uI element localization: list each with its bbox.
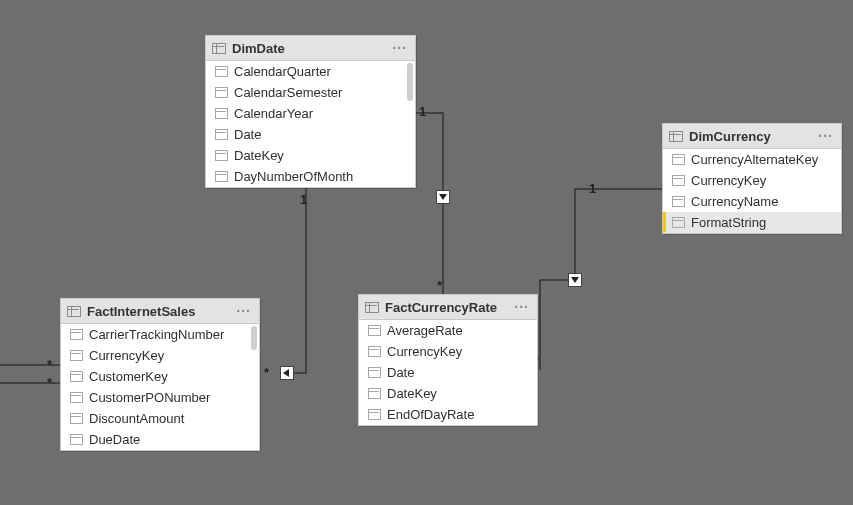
table-icon xyxy=(67,306,81,317)
model-canvas[interactable]: 1 * 1 * 1 * * * DimDate ··· CalendarQuar… xyxy=(0,0,853,505)
more-icon[interactable]: ··· xyxy=(514,299,531,315)
cardinality-many: * xyxy=(264,365,269,380)
scrollbar[interactable] xyxy=(251,326,257,350)
cardinality-many: * xyxy=(437,278,442,293)
column-label: CalendarSemester xyxy=(234,85,409,100)
column-icon xyxy=(69,413,83,424)
table-factinternetsales[interactable]: FactInternetSales ··· CarrierTrackingNum… xyxy=(60,298,260,451)
table-title: DimDate xyxy=(232,41,392,56)
column-icon xyxy=(671,175,685,186)
table-dimdate[interactable]: DimDate ··· CalendarQuarter CalendarSeme… xyxy=(205,35,416,188)
cardinality-one: 1 xyxy=(589,181,596,196)
column-item[interactable]: DateKey xyxy=(206,145,415,166)
table-icon xyxy=(365,302,379,313)
table-title: DimCurrency xyxy=(689,129,818,144)
column-item[interactable]: EndOfDayRate xyxy=(359,404,537,425)
table-dimcurrency[interactable]: DimCurrency ··· CurrencyAlternateKey Cur… xyxy=(662,123,842,234)
cardinality-many: * xyxy=(47,375,52,390)
column-label: Date xyxy=(234,127,409,142)
column-icon xyxy=(69,392,83,403)
column-icon xyxy=(214,87,228,98)
column-item[interactable]: CalendarYear xyxy=(206,103,415,124)
table-icon xyxy=(212,43,226,54)
column-label: CurrencyName xyxy=(691,194,835,209)
column-list: CarrierTrackingNumber CurrencyKey Custom… xyxy=(61,324,259,450)
column-item[interactable]: DateKey xyxy=(359,383,537,404)
svg-marker-1 xyxy=(439,194,447,200)
column-label: EndOfDayRate xyxy=(387,407,531,422)
column-item[interactable]: CalendarQuarter xyxy=(206,61,415,82)
column-item[interactable]: CarrierTrackingNumber xyxy=(61,324,259,345)
column-item[interactable]: CustomerKey xyxy=(61,366,259,387)
table-header[interactable]: FactInternetSales ··· xyxy=(61,299,259,324)
column-label: DateKey xyxy=(234,148,409,163)
column-list: CalendarQuarter CalendarSemester Calenda… xyxy=(206,61,415,187)
column-icon xyxy=(671,217,685,228)
table-header[interactable]: DimDate ··· xyxy=(206,36,415,61)
filter-direction-icon xyxy=(568,273,582,287)
column-icon xyxy=(367,367,381,378)
column-item[interactable]: CurrencyKey xyxy=(663,170,841,191)
column-icon xyxy=(214,129,228,140)
column-item[interactable]: CurrencyKey xyxy=(359,341,537,362)
column-item[interactable]: CurrencyKey xyxy=(61,345,259,366)
column-item[interactable]: DiscountAmount xyxy=(61,408,259,429)
column-label: DayNumberOfMonth xyxy=(234,169,409,184)
column-item[interactable]: AverageRate xyxy=(359,320,537,341)
column-icon xyxy=(214,171,228,182)
column-list: AverageRate CurrencyKey Date DateKey End… xyxy=(359,320,537,425)
table-header[interactable]: DimCurrency ··· xyxy=(663,124,841,149)
column-label: CalendarQuarter xyxy=(234,64,409,79)
filter-direction-icon xyxy=(436,190,450,204)
column-icon xyxy=(214,150,228,161)
svg-marker-2 xyxy=(571,277,579,283)
column-label: DiscountAmount xyxy=(89,411,253,426)
column-icon xyxy=(214,108,228,119)
more-icon[interactable]: ··· xyxy=(818,128,835,144)
column-icon xyxy=(69,329,83,340)
column-item[interactable]: CurrencyName xyxy=(663,191,841,212)
column-label: AverageRate xyxy=(387,323,531,338)
column-icon xyxy=(367,409,381,420)
table-factcurrencyrate[interactable]: FactCurrencyRate ··· AverageRate Currenc… xyxy=(358,294,538,426)
column-item[interactable]: CalendarSemester xyxy=(206,82,415,103)
column-icon xyxy=(367,388,381,399)
column-label: Date xyxy=(387,365,531,380)
cardinality-many: * xyxy=(47,357,52,372)
column-item[interactable]: DayNumberOfMonth xyxy=(206,166,415,187)
column-label: CurrencyKey xyxy=(691,173,835,188)
column-icon xyxy=(214,66,228,77)
column-item-selected[interactable]: FormatString xyxy=(663,212,841,233)
column-label: CustomerPONumber xyxy=(89,390,253,405)
column-icon xyxy=(671,196,685,207)
column-label: DateKey xyxy=(387,386,531,401)
column-item[interactable]: Date xyxy=(359,362,537,383)
more-icon[interactable]: ··· xyxy=(392,40,409,56)
column-label: CurrencyAlternateKey xyxy=(691,152,835,167)
cardinality-one: 1 xyxy=(419,104,426,119)
column-icon xyxy=(671,154,685,165)
scrollbar[interactable] xyxy=(407,63,413,101)
column-icon xyxy=(69,434,83,445)
column-icon xyxy=(367,346,381,357)
more-icon[interactable]: ··· xyxy=(236,303,253,319)
cardinality-one: 1 xyxy=(300,192,307,207)
column-icon xyxy=(367,325,381,336)
column-label: CurrencyKey xyxy=(387,344,531,359)
table-title: FactInternetSales xyxy=(87,304,236,319)
table-icon xyxy=(669,131,683,142)
column-label: DueDate xyxy=(89,432,253,447)
column-item[interactable]: DueDate xyxy=(61,429,259,450)
column-label: FormatString xyxy=(691,215,835,230)
column-item[interactable]: CustomerPONumber xyxy=(61,387,259,408)
column-label: CustomerKey xyxy=(89,369,253,384)
table-title: FactCurrencyRate xyxy=(385,300,514,315)
column-label: CalendarYear xyxy=(234,106,409,121)
filter-direction-icon xyxy=(280,366,294,380)
column-icon xyxy=(69,371,83,382)
column-item[interactable]: Date xyxy=(206,124,415,145)
column-item[interactable]: CurrencyAlternateKey xyxy=(663,149,841,170)
column-icon xyxy=(69,350,83,361)
table-header[interactable]: FactCurrencyRate ··· xyxy=(359,295,537,320)
column-label: CurrencyKey xyxy=(89,348,253,363)
